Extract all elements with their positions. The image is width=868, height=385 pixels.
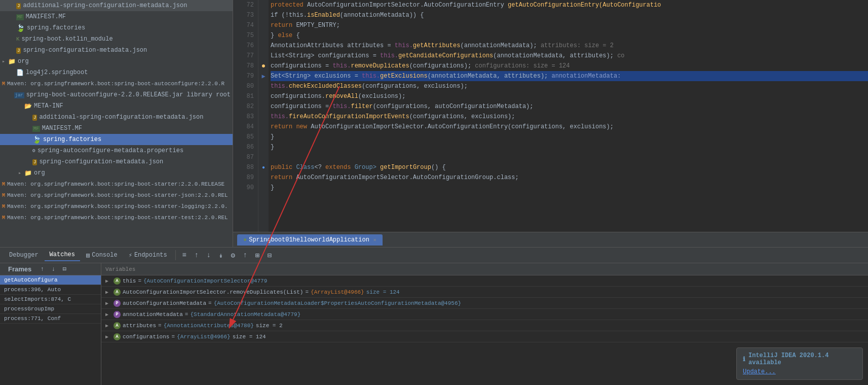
tree-item-mf1[interactable]: MFMANIFEST.MF	[0, 11, 233, 22]
var-equals: =	[208, 300, 212, 306]
debug-tab-debugger[interactable]: Debugger	[4, 250, 44, 261]
up-arrow-btn[interactable]: ↑	[240, 250, 251, 261]
tree-item-prop1[interactable]: ⚙spring-autoconfigure-metadata.propertie…	[0, 145, 233, 156]
var-item-v1[interactable]: ▶Athis = {AutoConfigurationImportSelecto…	[101, 275, 868, 287]
notification-title: ℹ IntelliJ IDEA 2020.1.4 available	[743, 352, 856, 366]
tree-item-jar1[interactable]: jarspring-boot-autoconfigure-2.2.0.RELEA…	[0, 89, 233, 100]
gutter-mark-80	[258, 81, 269, 91]
tree-item-org1[interactable]: ▸📁org	[0, 56, 233, 67]
tree-item-sf2[interactable]: 🍃spring.factories	[0, 134, 233, 145]
code-line-89[interactable]: return AutoConfigurationImportSelector.A…	[271, 172, 868, 183]
code-line-73[interactable]: if (!this.isEnabled(annotationMetadata))…	[271, 10, 868, 20]
notification-update-link[interactable]: Update...	[743, 368, 776, 375]
layout2-btn[interactable]: ⊟	[264, 250, 275, 261]
debug-tab-console[interactable]: ▤ Console	[81, 250, 123, 261]
restore-btn[interactable]: ↡	[215, 250, 227, 261]
layout1-btn[interactable]: ⊞	[252, 250, 263, 261]
var-expand-icon: ▶	[105, 311, 111, 318]
down-frame-btn[interactable]: ↓	[203, 250, 214, 261]
tree-item-org2[interactable]: ▸📁org	[0, 167, 233, 179]
tree-item-maven5[interactable]: MMaven: org.springframework.boot:spring-…	[0, 212, 233, 223]
line-number-88: 88	[233, 162, 254, 172]
frame-item-f5[interactable]: process:771, Conf	[0, 314, 101, 324]
file-icon-json2: J	[16, 47, 21, 54]
tree-item-json1[interactable]: Jadditional-spring-configuration-metadat…	[0, 0, 233, 11]
settings-btn[interactable]: ⚙	[228, 250, 239, 261]
tree-item-maven2[interactable]: MMaven: org.springframework.boot:spring-…	[0, 179, 233, 190]
code-line-80[interactable]: this.checkExcludedClasses(configurations…	[271, 81, 868, 91]
code-line-77[interactable]: List<String> configurations = this.getCa…	[271, 51, 868, 61]
token: return	[271, 22, 296, 29]
frames-filter-btn[interactable]: ⊟	[60, 265, 69, 274]
frames-down-btn[interactable]: ↓	[49, 265, 58, 274]
code-line-85[interactable]: }	[271, 132, 868, 142]
debug-tab-endpoints[interactable]: ⚡ Endpoints	[124, 250, 172, 261]
code-line-88[interactable]: public Class<? extends Group> getImportG…	[271, 162, 868, 172]
var-equals: =	[305, 289, 309, 295]
line-number-77: 77	[233, 51, 254, 61]
tree-label-mf1: MANIFEST.MF	[26, 13, 66, 20]
frame-item-f2[interactable]: process:396, Auto	[0, 285, 101, 295]
code-lines[interactable]: protected AutoConfigurationImportSelecto…	[269, 0, 868, 232]
debug-tab-watches[interactable]: Watches	[45, 249, 80, 261]
token: this.	[271, 83, 289, 90]
tab-close-btn[interactable]: ✕	[373, 237, 376, 243]
tree-item-json3[interactable]: Jadditional-spring-configuration-metadat…	[0, 112, 233, 123]
code-line-84[interactable]: return new AutoConfigurationImportSelect…	[271, 122, 868, 132]
code-line-90[interactable]: }	[271, 183, 868, 193]
token: this.	[332, 103, 351, 110]
var-item-v2[interactable]: ▶AAutoConfigurationImportSelector.remove…	[101, 287, 868, 298]
code-line-74[interactable]: return EMPTY_ENTRY;	[271, 20, 868, 30]
tree-item-json2[interactable]: Jspring-configuration-metadata.json	[0, 45, 233, 56]
tree-label-maven4: Maven: org.springframework.boot:spring-b…	[7, 203, 228, 209]
token: this.	[271, 113, 289, 120]
var-item-v3[interactable]: ▶PautoConfigurationMetadata = {AutoConfi…	[101, 298, 868, 309]
code-editor: 72737475767778798081828384858687888990 ●…	[233, 0, 868, 247]
maven-icon-maven4: M	[2, 204, 5, 209]
var-expand-icon: ▶	[105, 278, 111, 284]
frame-item-f4[interactable]: processGroupImp	[0, 304, 101, 314]
tree-item-maven1[interactable]: MMaven: org.springframework.boot:spring-…	[0, 78, 233, 89]
var-type-icon: P	[114, 300, 121, 307]
code-line-76[interactable]: AnnotationAttributes attributes = this.g…	[271, 41, 868, 51]
code-line-81[interactable]: configurations.removeAll(exclusions);	[271, 91, 868, 101]
tree-label-maven5: Maven: org.springframework.boot:spring-b…	[7, 215, 228, 221]
list-toolbar-btn[interactable]: ≡	[179, 250, 190, 261]
line-number-80: 80	[233, 81, 254, 91]
var-equals: =	[158, 323, 162, 329]
frame-item-f3[interactable]: selectImports:874, C	[0, 295, 101, 304]
tree-label-maven3: Maven: org.springframework.boot:spring-b…	[7, 192, 228, 198]
code-line-75[interactable]: } else {	[271, 30, 868, 41]
up-frame-btn[interactable]: ↑	[191, 250, 202, 261]
variables-header: Variables	[101, 263, 868, 275]
line-number-90: 90	[233, 183, 254, 193]
tree-item-mf2[interactable]: MFMANIFEST.MF	[0, 123, 233, 134]
token: new	[296, 123, 311, 130]
frame-item-f1[interactable]: getAutoConfigura	[0, 275, 101, 285]
tree-item-json4[interactable]: Jspring-configuration-metadata.json	[0, 156, 233, 167]
frames-label: Frames	[4, 263, 35, 275]
code-line-72[interactable]: protected AutoConfigurationImportSelecto…	[271, 0, 868, 10]
tree-item-metainf1[interactable]: 📂META-INF	[0, 100, 233, 112]
code-line-83[interactable]: this.fireAutoConfigurationImportEvents(c…	[271, 112, 868, 122]
token: this.	[395, 42, 413, 49]
code-line-78[interactable]: configurations = this.removeDuplicates(c…	[271, 61, 868, 71]
gutter: ●▶●	[258, 0, 269, 232]
tree-item-maven4[interactable]: MMaven: org.springframework.boot:spring-…	[0, 201, 233, 212]
tree-item-maven3[interactable]: MMaven: org.springframework.boot:spring-…	[0, 190, 233, 201]
token: () {	[431, 164, 446, 171]
frames-up-btn[interactable]: ↑	[37, 265, 47, 274]
token: protected	[271, 2, 307, 9]
token: co	[614, 52, 625, 59]
code-line-87[interactable]	[271, 152, 868, 162]
file-tab-springboot[interactable]: ● Springboot01helloworldApplication ✕	[237, 234, 383, 246]
var-item-v6[interactable]: ▶Aconfigurations = {ArrayList@4966} size…	[101, 331, 868, 342]
var-item-v5[interactable]: ▶Aattributes = {AnnotationAttributes@478…	[101, 320, 868, 331]
code-line-79[interactable]: Set<String> exclusions = this.getExclusi…	[271, 71, 868, 81]
tree-item-kt1[interactable]: Kspring-boot.kotlin_module	[0, 33, 233, 45]
code-line-86[interactable]: }	[271, 142, 868, 152]
var-item-v4[interactable]: ▶PannotationMetadata = {StandardAnnotati…	[101, 309, 868, 320]
code-line-82[interactable]: configurations = this.filter(configurati…	[271, 101, 868, 112]
tree-item-log1[interactable]: 📄log4j2.springboot	[0, 67, 233, 78]
tree-item-sf1[interactable]: 🍃spring.factories	[0, 22, 233, 33]
